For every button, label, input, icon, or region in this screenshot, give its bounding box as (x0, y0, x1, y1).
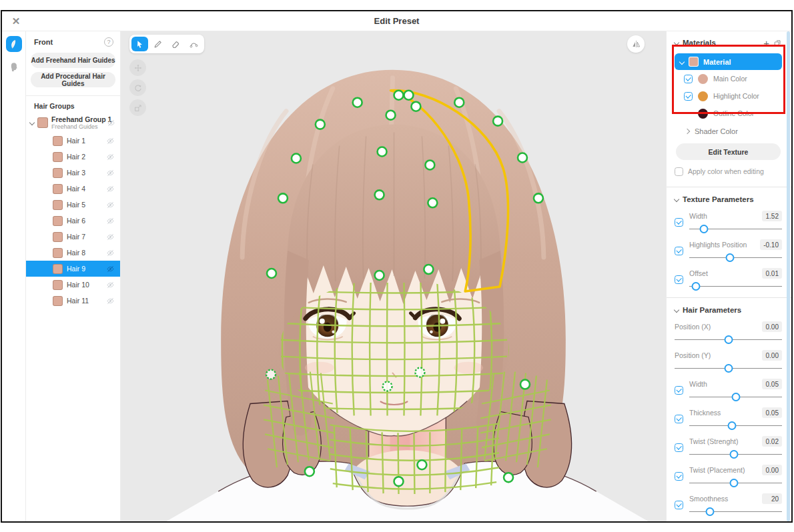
panel-scrollbar[interactable] (787, 31, 790, 521)
offset-checkbox[interactable] (675, 275, 683, 284)
hair-width-slider[interactable] (689, 392, 782, 402)
hair-item-label: Hair 7 (67, 233, 102, 241)
apply-color-checkbox[interactable] (675, 167, 683, 176)
texture-width-slider[interactable] (689, 224, 782, 234)
hair-edit-tool-button[interactable] (6, 36, 22, 52)
param-label: Position (Y) (675, 351, 711, 359)
smoothness-checkbox[interactable] (675, 501, 683, 509)
chevron-down-icon[interactable] (679, 59, 685, 64)
rotate-gizmo-button[interactable] (129, 79, 146, 96)
outline-color-row[interactable]: Outline Color (684, 105, 782, 122)
hair-list-item[interactable]: Hair 1 (26, 133, 120, 149)
visibility-off-icon[interactable] (106, 265, 115, 273)
scale-gizmo-button[interactable] (129, 99, 146, 116)
hair-group-row[interactable]: Freehand Group 1 Freehand Guides (26, 113, 120, 133)
hair-list-item[interactable]: Hair 2 (26, 149, 120, 165)
chevron-down-icon[interactable] (674, 307, 679, 313)
move-gizmo-button[interactable] (129, 59, 146, 76)
texture-width-param: Width 1.52 (675, 210, 782, 234)
offset-slider[interactable] (689, 281, 782, 291)
twist-strength-slider[interactable] (689, 449, 782, 459)
visibility-off-icon[interactable] (107, 119, 115, 127)
twist-placement-checkbox[interactable] (675, 472, 683, 481)
highlight-color-swatch[interactable] (698, 91, 708, 101)
hair-parameters-label: Hair Parameters (683, 306, 782, 314)
position-x-slider[interactable] (675, 335, 782, 345)
param-label: Twist (Strenght) (689, 437, 739, 445)
hair-list-item-selected[interactable]: Hair 9 (26, 261, 120, 277)
close-icon[interactable]: ✕ (9, 14, 23, 29)
highlights-position-slider[interactable] (689, 253, 782, 263)
visibility-off-icon[interactable] (106, 233, 115, 241)
edit-texture-button[interactable]: Edit Texture (676, 143, 781, 160)
highlight-color-row[interactable]: Highlight Color (684, 87, 782, 105)
visibility-off-icon[interactable] (106, 137, 115, 145)
param-value: 0.00 (762, 465, 782, 475)
material-row-selected[interactable]: Material (675, 53, 782, 70)
texture-parameters-header[interactable]: Texture Parameters (675, 193, 782, 205)
main-color-row[interactable]: Main Color (684, 70, 782, 87)
twist-placement-slider[interactable] (689, 478, 782, 488)
visibility-off-icon[interactable] (106, 249, 115, 257)
duplicate-material-icon[interactable] (773, 39, 782, 47)
smoothness-slider[interactable] (689, 507, 782, 517)
outline-color-swatch[interactable] (698, 109, 708, 119)
param-value: 0.05 (762, 379, 782, 389)
hair-list-item[interactable]: Hair 3 (26, 165, 120, 181)
help-icon[interactable]: ? (104, 37, 113, 47)
group-color-swatch[interactable] (37, 117, 48, 128)
character-viewport[interactable] (121, 31, 666, 521)
visibility-off-icon[interactable] (106, 169, 115, 177)
thickness-slider[interactable] (689, 421, 782, 431)
chevron-right-icon[interactable] (685, 129, 690, 134)
control-point-tool-button[interactable] (185, 37, 202, 51)
hair-item-label: Hair 5 (67, 201, 102, 209)
hair-list-item[interactable]: Hair 6 (26, 213, 120, 229)
shader-color-row[interactable]: Shader Color (685, 123, 782, 139)
visibility-off-icon[interactable] (106, 217, 115, 225)
highlights-position-checkbox[interactable] (675, 247, 683, 255)
mirror-symmetry-button[interactable] (627, 35, 645, 53)
thickness-checkbox[interactable] (675, 415, 683, 423)
position-x-param: Position (X) 0.00 (675, 321, 782, 345)
hair-list-item[interactable]: Hair 7 (26, 229, 120, 245)
character-canvas[interactable] (121, 31, 666, 521)
hair-color-swatch (53, 216, 63, 226)
divider (667, 187, 791, 187)
main-color-checkbox[interactable] (684, 75, 693, 83)
hair-list-item[interactable]: Hair 4 (26, 181, 120, 197)
visibility-off-icon[interactable] (106, 281, 115, 289)
apply-color-row[interactable]: Apply color when editing (675, 162, 782, 181)
param-label: Position (X) (675, 323, 711, 331)
chevron-down-icon[interactable] (29, 120, 35, 125)
chevron-down-icon[interactable] (674, 197, 679, 202)
hair-list-item[interactable]: Hair 10 (26, 277, 120, 293)
main-color-swatch[interactable] (698, 74, 708, 84)
hair-width-checkbox[interactable] (675, 386, 683, 395)
hair-list-item[interactable]: Hair 11 (26, 293, 120, 309)
hair-list-item[interactable]: Hair 8 (26, 245, 120, 261)
materials-header[interactable]: Materials + (675, 37, 782, 49)
hair-parameters-header[interactable]: Hair Parameters (675, 304, 782, 316)
highlight-color-checkbox[interactable] (684, 92, 693, 101)
texture-width-checkbox[interactable] (675, 218, 683, 227)
position-y-slider[interactable] (675, 363, 782, 373)
visibility-off-icon[interactable] (106, 297, 115, 305)
add-material-icon[interactable]: + (763, 38, 769, 48)
eraser-tool-button[interactable] (167, 37, 184, 51)
brush-tool-button[interactable] (149, 37, 166, 51)
hair-list-item[interactable]: Hair 5 (26, 197, 120, 213)
twist-strength-checkbox[interactable] (675, 443, 683, 452)
visibility-off-icon[interactable] (106, 201, 115, 209)
visibility-off-icon[interactable] (106, 185, 115, 193)
param-value: 0.02 (762, 436, 782, 447)
material-swatch[interactable] (689, 57, 699, 67)
select-tool-button[interactable] (131, 37, 148, 51)
face-view-tool-button[interactable] (6, 59, 22, 75)
mirror-icon (631, 39, 641, 49)
param-label: Offset (689, 269, 708, 277)
add-procedural-hair-guides-button[interactable]: Add Procedural Hair Guides (31, 72, 115, 87)
chevron-down-icon[interactable] (674, 40, 679, 45)
visibility-off-icon[interactable] (106, 153, 115, 161)
add-freehand-hair-guides-button[interactable]: Add Freehand Hair Guides (31, 53, 115, 68)
